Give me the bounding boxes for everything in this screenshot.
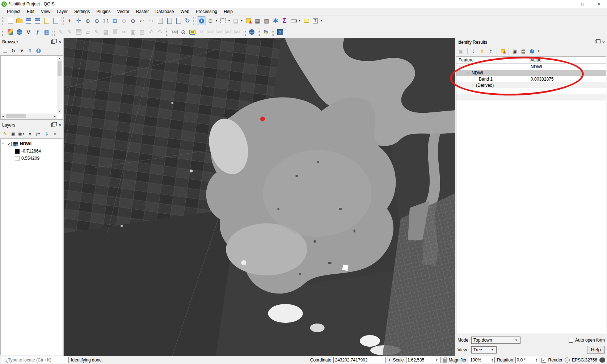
- menu-vector[interactable]: Vector: [114, 8, 133, 15]
- text-annotation-icon[interactable]: T: [311, 16, 320, 25]
- highlight-pinned-labels-icon[interactable]: ab: [188, 27, 197, 37]
- copy-feature-icon[interactable]: ▣: [511, 48, 518, 55]
- browser-float-button[interactable]: [51, 40, 55, 44]
- locate-input[interactable]: [8, 357, 67, 363]
- delete-selected-icon[interactable]: [110, 27, 119, 37]
- add-wms-layer-icon[interactable]: [15, 27, 24, 37]
- render-checkbox[interactable]: ✓: [541, 358, 546, 363]
- menu-layer[interactable]: Layer: [54, 8, 71, 15]
- field-calculator-icon[interactable]: ▥: [262, 16, 271, 25]
- redo-icon[interactable]: ↷: [156, 27, 165, 37]
- zoom-to-layer-icon[interactable]: ⊙: [128, 16, 138, 25]
- layers-float-button[interactable]: [51, 123, 55, 127]
- dropdown-caret-icon[interactable]: ▼: [320, 19, 323, 22]
- save-project-icon[interactable]: [24, 16, 33, 25]
- expand-chevron-icon[interactable]: ›: [466, 71, 471, 75]
- filter-browser-icon[interactable]: ▼: [18, 47, 25, 54]
- menu-processing[interactable]: Processing: [193, 8, 220, 15]
- magnifier-spinner[interactable]: ▲▼: [469, 357, 495, 363]
- scroll-up-icon[interactable]: ▲: [57, 56, 62, 61]
- map-themes-icon[interactable]: ◉▼: [18, 130, 25, 137]
- menu-settings[interactable]: Settings: [71, 8, 93, 15]
- toolbar-grip[interactable]: [2, 29, 4, 36]
- clear-results-icon[interactable]: [499, 48, 506, 55]
- refresh-map-icon[interactable]: ↻: [183, 16, 192, 25]
- browser-vertical-scrollbar[interactable]: ▲ ▼: [57, 56, 62, 114]
- expand-tree-icon[interactable]: ⇓: [470, 48, 477, 55]
- browser-tree[interactable]: ▲ ▼ ◀ ▶: [0, 55, 63, 120]
- result-root-row[interactable]: › NDWI: [456, 64, 606, 70]
- modify-attributes-icon[interactable]: ▨: [101, 27, 110, 37]
- layer-labeling-options-icon[interactable]: abc: [170, 27, 179, 37]
- dropdown-caret-icon[interactable]: ▼: [228, 19, 231, 22]
- menu-web[interactable]: Web: [177, 8, 192, 15]
- coordinate-field[interactable]: [333, 357, 386, 363]
- scale-input[interactable]: [408, 357, 435, 363]
- zoom-next-icon[interactable]: ↪: [147, 16, 156, 25]
- magnifier-input[interactable]: [470, 357, 490, 363]
- rotation-input[interactable]: [517, 357, 535, 363]
- select-features-icon[interactable]: [219, 16, 228, 25]
- open-attribute-table-icon[interactable]: ▦: [253, 16, 262, 25]
- messages-icon[interactable]: …: [599, 357, 605, 363]
- layers-close-button[interactable]: ×: [58, 123, 61, 127]
- identify-features-icon[interactable]: i: [197, 16, 206, 25]
- dropdown-caret-icon[interactable]: ▼: [215, 19, 218, 22]
- identify-close-button[interactable]: ×: [602, 40, 605, 44]
- dropdown-caret-icon[interactable]: ▼: [240, 19, 243, 22]
- dropdown-caret-icon[interactable]: ▼: [537, 50, 540, 53]
- result-derived-row[interactable]: ›(Derived): [456, 82, 606, 88]
- current-edits-icon[interactable]: ✎: [56, 27, 65, 37]
- print-results-icon[interactable]: ▤: [520, 48, 527, 55]
- add-selected-layers-icon[interactable]: [1, 47, 9, 54]
- toolbar-grip[interactable]: [2, 17, 4, 25]
- collapse-tree-icon[interactable]: ⇑: [479, 48, 486, 55]
- help-icon[interactable]: ?: [275, 27, 284, 37]
- scale-lock-icon[interactable]: [443, 359, 447, 363]
- measure-icon[interactable]: [289, 16, 298, 25]
- layer-name[interactable]: NDWI: [20, 141, 31, 146]
- show-spatial-bookmarks-icon[interactable]: [174, 16, 183, 25]
- new-print-layout-icon[interactable]: [42, 16, 51, 25]
- browser-horizontal-scrollbar[interactable]: ◀ ▶: [1, 114, 57, 119]
- metasearch-icon[interactable]: [247, 27, 256, 37]
- zoom-to-selection-icon[interactable]: ⊙: [119, 16, 128, 25]
- mode-select[interactable]: Top down▼: [471, 337, 520, 344]
- copy-features-icon[interactable]: ▣: [128, 27, 138, 37]
- zoom-full-icon[interactable]: ⊞: [110, 16, 119, 25]
- result-layer-row[interactable]: ›NDWI: [456, 70, 606, 76]
- form-view-icon[interactable]: ▣: [457, 47, 465, 55]
- auto-open-form-checkbox[interactable]: [569, 338, 573, 343]
- filter-legend-icon[interactable]: ▼: [26, 130, 34, 137]
- show-hide-labels-icon[interactable]: abc: [206, 27, 215, 37]
- rotation-spinner[interactable]: ▲▼: [515, 357, 539, 363]
- layer-diagram-options-icon[interactable]: ⊙: [179, 27, 188, 37]
- menu-help[interactable]: Help: [220, 8, 236, 15]
- crs-label[interactable]: EPSG:32756: [572, 357, 597, 363]
- change-label-icon[interactable]: abc: [233, 27, 242, 37]
- expand-chevron-icon[interactable]: ›: [1, 142, 6, 146]
- run-feature-action-icon[interactable]: ⊙: [206, 16, 215, 25]
- toolbar-grip[interactable]: [62, 17, 64, 25]
- processing-toolbox-icon[interactable]: ✱: [271, 16, 280, 25]
- dropdown-caret-icon[interactable]: ▼: [298, 19, 301, 22]
- expand-collapse-icon[interactable]: ⇓: [43, 130, 50, 137]
- view-select[interactable]: Tree▼: [471, 346, 497, 354]
- scroll-down-icon[interactable]: ▼: [57, 109, 62, 114]
- menu-edit[interactable]: Edit: [24, 8, 38, 15]
- toolbar-grip[interactable]: [166, 29, 168, 36]
- toolbar-grip[interactable]: [52, 29, 55, 36]
- new-spatial-bookmark-icon[interactable]: [165, 16, 174, 25]
- result-band-row[interactable]: Band 1 0.00382875: [456, 76, 606, 82]
- maximize-button[interactable]: □: [574, 0, 591, 8]
- scroll-thumb[interactable]: [6, 114, 26, 118]
- toggle-pinned-labels-icon[interactable]: ab: [197, 27, 206, 37]
- scroll-left-icon[interactable]: ◀: [1, 114, 5, 119]
- layer-item-ndwi[interactable]: › ✓ NDWI: [1, 140, 62, 147]
- pan-map-icon[interactable]: +: [65, 16, 74, 25]
- scroll-thumb[interactable]: [58, 61, 62, 76]
- menu-view[interactable]: View: [38, 8, 54, 15]
- layer-checkbox[interactable]: ✓: [7, 142, 12, 146]
- cut-features-icon[interactable]: ✂: [119, 27, 128, 37]
- zoom-out-icon[interactable]: ⊖: [92, 16, 101, 25]
